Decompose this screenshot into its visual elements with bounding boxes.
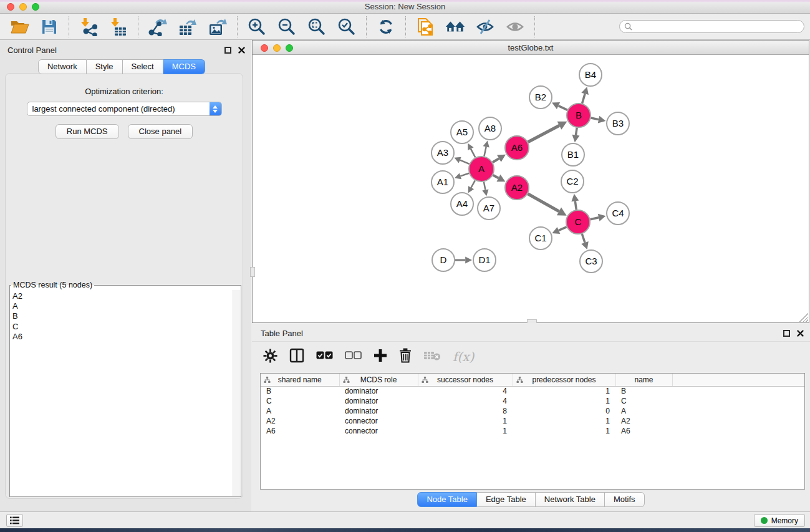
table-cell[interactable]: 1: [418, 416, 513, 426]
table-cell[interactable]: dominator: [339, 406, 418, 416]
run-mcds-button[interactable]: Run MCDS: [55, 124, 119, 139]
result-item[interactable]: A2: [12, 291, 233, 301]
network-file-icon: [416, 17, 435, 37]
table-cell[interactable]: 1: [513, 396, 615, 406]
table-cell[interactable]: 1: [513, 416, 615, 426]
graph-node-label: C2: [566, 176, 578, 186]
memory-button[interactable]: Memory: [754, 514, 805, 527]
table-cell[interactable]: A: [261, 406, 339, 416]
zoom-in-button[interactable]: [246, 17, 268, 37]
import-network-button[interactable]: [78, 17, 99, 37]
table-cell[interactable]: 0: [513, 406, 615, 416]
network-canvas[interactable]: AA1A2A3A4A5A6A7A8BB1B2B3B4CC1C2C3C4DD1: [253, 55, 809, 322]
export-table-button[interactable]: [177, 17, 198, 37]
save-session-button[interactable]: [39, 17, 60, 37]
hide-graphics-details-button[interactable]: [475, 17, 496, 37]
refresh-button[interactable]: [375, 17, 397, 37]
result-item[interactable]: C: [12, 322, 233, 332]
graph-edge: [460, 160, 470, 164]
table-cell[interactable]: 4: [418, 396, 513, 406]
column-header-label: MCDS role: [360, 375, 397, 384]
node-table: shared nameMCDS rolesuccessor nodesprede…: [261, 374, 804, 436]
home-button[interactable]: [445, 17, 466, 37]
tab-node-table[interactable]: Node Table: [417, 492, 477, 507]
column-header-name[interactable]: name: [615, 374, 672, 386]
add-row-button[interactable]: [374, 349, 387, 365]
result-item[interactable]: B: [12, 311, 233, 321]
control-panel-title: Control Panel: [7, 46, 57, 55]
show-graphics-details-button[interactable]: [504, 17, 526, 37]
column-header-successor-nodes[interactable]: successor nodes: [418, 374, 513, 386]
zoom-selected-button[interactable]: [336, 17, 357, 37]
table-row[interactable]: Cdominator41C: [261, 396, 804, 406]
table-row[interactable]: A2connector11A2: [261, 416, 804, 426]
close-table-panel-icon[interactable]: [797, 330, 804, 337]
table-cell[interactable]: 4: [418, 386, 513, 396]
eye-slash-icon: [475, 19, 495, 35]
float-panel-icon[interactable]: [224, 47, 231, 54]
tab-edge-table[interactable]: Edge Table: [477, 492, 536, 507]
close-panel-button[interactable]: Close panel: [128, 124, 193, 139]
table-cell[interactable]: connector: [339, 416, 418, 426]
splitpane-handle-left[interactable]: [250, 267, 255, 277]
column-header-shared-name[interactable]: shared name: [261, 374, 339, 386]
export-image-button[interactable]: [207, 17, 228, 37]
tab-style[interactable]: Style: [87, 59, 123, 74]
float-table-panel-icon[interactable]: [783, 330, 790, 337]
optimization-criterion-value: largest connected component (directed): [27, 104, 210, 114]
search-input[interactable]: [635, 22, 804, 32]
tab-select[interactable]: Select: [123, 59, 163, 74]
tab-network[interactable]: Network: [38, 59, 87, 74]
result-item[interactable]: A6: [12, 332, 233, 342]
graph-edge-arrowhead: [598, 116, 606, 123]
export-network-button[interactable]: [147, 17, 168, 37]
graph-node-label: A4: [456, 198, 468, 209]
import-table-button[interactable]: [108, 17, 129, 37]
table-cell[interactable]: C: [261, 396, 339, 406]
tab-motifs[interactable]: Motifs: [605, 492, 645, 507]
select-all-button[interactable]: [316, 351, 333, 362]
delete-row-button[interactable]: [399, 348, 412, 365]
graph-edge: [471, 180, 475, 187]
result-scrollbar[interactable]: [233, 290, 240, 496]
table-row[interactable]: A6connector11A6: [261, 426, 804, 436]
table-cell[interactable]: connector: [339, 426, 418, 436]
table-cell[interactable]: 1: [513, 426, 615, 436]
zoom-fit-button[interactable]: [306, 17, 327, 37]
table-cell[interactable]: B: [615, 386, 672, 396]
network-graph[interactable]: AA1A2A3A4A5A6A7A8BB1B2B3B4CC1C2C3C4DD1: [253, 55, 809, 322]
table-cell[interactable]: A6: [615, 426, 672, 436]
open-session-file-button[interactable]: [415, 17, 436, 37]
result-item[interactable]: A: [12, 301, 233, 311]
optimization-criterion-select[interactable]: largest connected component (directed): [27, 102, 222, 116]
close-panel-icon[interactable]: [238, 47, 245, 54]
table-row[interactable]: Adominator80A: [261, 406, 804, 416]
tab-network-table[interactable]: Network Table: [536, 492, 605, 507]
table-cell[interactable]: A: [615, 406, 672, 416]
table-cell[interactable]: 1: [513, 386, 615, 396]
table-cell[interactable]: dominator: [339, 396, 418, 406]
zoom-out-button[interactable]: [276, 17, 297, 37]
table-cell[interactable]: A6: [261, 426, 339, 436]
table-cell[interactable]: dominator: [339, 386, 418, 396]
table-cell[interactable]: C: [615, 396, 672, 406]
task-history-button[interactable]: [6, 514, 23, 527]
column-header-predecessor-nodes[interactable]: predecessor nodes: [513, 374, 615, 386]
deselect-all-button[interactable]: [345, 351, 362, 362]
export-group: [138, 16, 238, 37]
column-header-MCDS-role[interactable]: MCDS role: [339, 374, 418, 386]
table-cell[interactable]: 1: [418, 426, 513, 436]
tab-mcds[interactable]: MCDS: [163, 59, 205, 74]
table-cell-filler: [672, 416, 804, 426]
graph-edge: [576, 128, 577, 135]
show-columns-button[interactable]: [289, 348, 304, 365]
table-row[interactable]: Bdominator41B: [261, 386, 804, 396]
table-cell[interactable]: A2: [261, 416, 339, 426]
table-cell[interactable]: B: [261, 386, 339, 396]
search-field[interactable]: [619, 20, 804, 33]
table-settings-button[interactable]: [263, 349, 277, 365]
open-file-button[interactable]: [9, 17, 30, 37]
table-cell[interactable]: A2: [615, 416, 672, 426]
table-cell[interactable]: 8: [418, 406, 513, 416]
resize-grip[interactable]: [799, 313, 808, 322]
